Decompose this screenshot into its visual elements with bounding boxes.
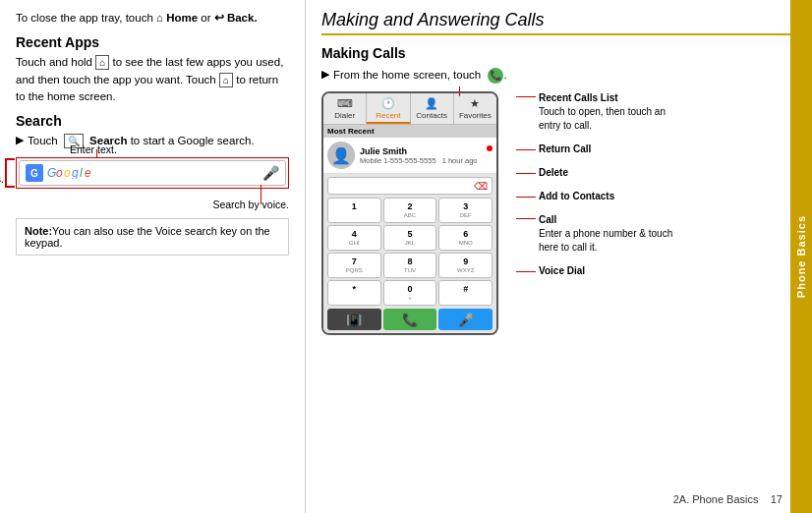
add-contacts-arrow-line bbox=[516, 197, 536, 198]
contact-row[interactable]: 👤 Julie Smith Mobile 1-555-555-5555 1 ho… bbox=[323, 138, 496, 174]
call-line-container: Call Enter a phone number & touch here t… bbox=[516, 213, 683, 255]
right-content-wrapper: ⌨ Dialer 🕐 Recent 👤 Contacts ★ Favorites bbox=[321, 91, 802, 335]
contact-name: Julie Smith bbox=[360, 146, 493, 156]
call-title: Call bbox=[539, 213, 683, 227]
search-input-area[interactable]: G o o g l e bbox=[47, 165, 257, 181]
search-mockup-wrapper: Enter text. G G o o g l e 🎤 bbox=[16, 157, 289, 189]
dial-key-9[interactable]: 9WXYZ bbox=[438, 253, 493, 278]
action-row: 📳 📞 🎤 bbox=[327, 309, 493, 330]
enter-text-annotation: Enter text. bbox=[70, 143, 117, 155]
dial-key-1[interactable]: 1 bbox=[327, 198, 381, 223]
side-tab: Phone Basics bbox=[790, 0, 812, 513]
note-text: You can also use the Voice search key on… bbox=[25, 225, 270, 249]
voice-dial-button[interactable]: 🎤 bbox=[438, 309, 493, 330]
dial-key-hash[interactable]: # bbox=[438, 280, 493, 306]
return-call-arrow-line bbox=[516, 149, 536, 150]
bullet-arrow: ▶ bbox=[16, 134, 24, 146]
contact-number: Mobile 1-555-555-5555 1 hour ago bbox=[360, 156, 493, 165]
phone-mockup: ⌨ Dialer 🕐 Recent 👤 Contacts ★ Favorites bbox=[321, 91, 498, 335]
recent-calls-text: Recent Calls List Touch to open, then to… bbox=[539, 91, 683, 133]
svg-text:l: l bbox=[80, 166, 83, 179]
svg-text:e: e bbox=[85, 166, 91, 179]
search-title: Search bbox=[16, 113, 289, 129]
left-column: To close the app tray, touch ⌂ Home or ↩… bbox=[0, 0, 305, 513]
return-call-label: Return Call bbox=[539, 142, 591, 156]
search-bar[interactable]: G G o o g l e 🎤 bbox=[19, 160, 286, 186]
more-options-bracket bbox=[5, 158, 15, 188]
add-contacts-label: Add to Contacts bbox=[539, 190, 614, 203]
recent-apps-title: Recent Apps bbox=[16, 34, 289, 50]
call-desc: Enter a phone number & touch here to cal… bbox=[539, 227, 683, 255]
delete-arrow-line bbox=[516, 173, 536, 174]
page-footer: 2A. Phone Basics 17 bbox=[673, 493, 783, 505]
backspace-icon[interactable]: ⌫ bbox=[474, 181, 488, 192]
svg-text:g: g bbox=[72, 166, 79, 179]
tab-contacts[interactable]: 👤 Contacts bbox=[411, 93, 454, 124]
tab-dialer-label: Dialer bbox=[334, 111, 355, 120]
add-contacts-annotation: Add to Contacts bbox=[516, 190, 683, 203]
voice-line bbox=[261, 185, 261, 204]
voice-dial-arrow-line bbox=[516, 271, 536, 272]
delete-label: Delete bbox=[539, 166, 568, 180]
contacts-icon: 👤 bbox=[412, 97, 452, 110]
call-button[interactable]: 📞 bbox=[383, 309, 437, 330]
voice-dial-line-container: Voice Dial bbox=[516, 264, 683, 278]
voice-dial-label: Voice Dial bbox=[539, 264, 585, 278]
making-calls-bullet: ▶ From the home screen, touch 📞. bbox=[321, 67, 802, 84]
making-calls-arrow: ▶ bbox=[321, 68, 329, 81]
recent-calls-annotation: Recent Calls List Touch to open, then to… bbox=[516, 91, 683, 133]
sub-section-title: Making Calls bbox=[321, 45, 802, 61]
dial-area: ⌫ 1 2ABC 3DEF 4GHI 5JKL 6MNO 7PQRS 8TUV … bbox=[323, 174, 496, 333]
dial-key-2[interactable]: 2ABC bbox=[383, 198, 437, 223]
svg-text:o: o bbox=[64, 166, 71, 179]
call-text: Call Enter a phone number & touch here t… bbox=[539, 213, 683, 255]
svg-text:o: o bbox=[56, 166, 63, 179]
dial-key-8[interactable]: 8TUV bbox=[383, 253, 437, 278]
recent-icon: 🕐 bbox=[368, 97, 408, 110]
side-tab-text: Phone Basics bbox=[795, 215, 807, 298]
delete-line-container: Delete bbox=[516, 166, 683, 180]
tab-favorites[interactable]: ★ Favorites bbox=[454, 93, 496, 124]
dial-key-6[interactable]: 6MNO bbox=[438, 225, 493, 251]
note-box: Note:You can also use the Voice search k… bbox=[16, 218, 289, 256]
recent-calls-line bbox=[459, 86, 460, 96]
return-call-line-container: Return Call bbox=[516, 142, 683, 156]
voice-dial-annotation: Voice Dial bbox=[516, 264, 683, 278]
dialer-icon: ⌨ bbox=[324, 97, 365, 110]
google-text-svg: G o o g l e bbox=[47, 165, 96, 179]
recent-calls-line-container: Recent Calls List Touch to open, then to… bbox=[516, 91, 683, 133]
voice-annotation: Search by voice. bbox=[212, 199, 289, 210]
contact-info: Julie Smith Mobile 1-555-555-5555 1 hour… bbox=[360, 146, 493, 165]
recent-calls-title: Recent Calls List bbox=[539, 91, 683, 105]
dial-key-star[interactable]: * bbox=[327, 280, 381, 306]
microphone-icon[interactable]: 🎤 bbox=[262, 165, 279, 181]
voicemail-button[interactable]: 📳 bbox=[327, 309, 381, 330]
dial-key-0[interactable]: 0+ bbox=[383, 280, 437, 306]
search-bullet-text: Touch 🔍 Search to start a Google search. bbox=[28, 133, 255, 149]
search-bar-container: G G o o g l e 🎤 bbox=[16, 157, 289, 189]
recent-calls-arrow-line bbox=[516, 96, 536, 97]
tab-recent[interactable]: 🕐 Recent bbox=[367, 93, 410, 124]
dial-key-3[interactable]: 3DEF bbox=[438, 198, 493, 223]
recent-apps-text: Touch and hold ⌂ to see the last few app… bbox=[16, 54, 289, 105]
recent-calls-desc: Touch to open, then touch an entry to ca… bbox=[539, 105, 683, 133]
dial-key-7[interactable]: 7PQRS bbox=[327, 253, 381, 278]
favorites-icon: ★ bbox=[455, 97, 495, 110]
most-recent-label: Most Recent bbox=[323, 125, 496, 138]
return-call-annotation: Return Call bbox=[516, 142, 683, 156]
making-calls-text: From the home screen, touch 📞. bbox=[333, 67, 507, 84]
dial-grid: 1 2ABC 3DEF 4GHI 5JKL 6MNO 7PQRS 8TUV 9W… bbox=[327, 198, 493, 306]
dial-key-5[interactable]: 5JKL bbox=[383, 225, 437, 251]
add-contacts-line-container: Add to Contacts bbox=[516, 190, 683, 203]
dial-input-row[interactable]: ⌫ bbox=[327, 177, 493, 195]
google-icon: G bbox=[26, 164, 43, 182]
annotations-panel: Recent Calls List Touch to open, then to… bbox=[516, 91, 683, 335]
call-annotation: Call Enter a phone number & touch here t… bbox=[516, 213, 683, 255]
tab-dialer[interactable]: ⌨ Dialer bbox=[323, 93, 367, 124]
tab-contacts-label: Contacts bbox=[416, 111, 447, 120]
tab-favorites-label: Favorites bbox=[459, 111, 492, 120]
main-section-title: Making and Answering Calls bbox=[321, 10, 802, 35]
call-arrow-line bbox=[516, 218, 536, 219]
dial-key-4[interactable]: 4GHI bbox=[327, 225, 381, 251]
delete-annotation: Delete bbox=[516, 166, 683, 180]
